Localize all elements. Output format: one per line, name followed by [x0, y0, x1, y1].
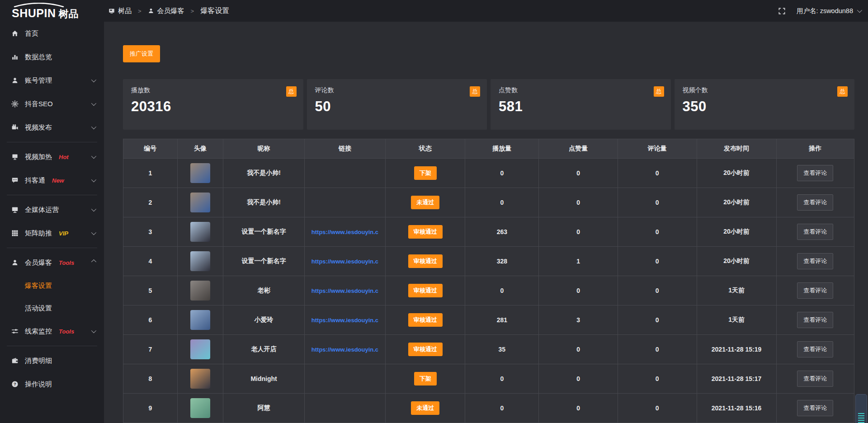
fullscreen-icon[interactable] [778, 7, 786, 15]
cell-comments: 0 [618, 159, 697, 188]
logo[interactable]: SHUPIN 树品 [0, 0, 104, 22]
sidebar-item-clue-monitor[interactable]: 线索监控Tools [0, 320, 104, 343]
table-row: 5老彬https://www.iesdouyin.c审核通过0001天前查看评论 [123, 276, 854, 305]
view-comments-button[interactable]: 查看评论 [797, 312, 833, 328]
sidebar: 首页数据总览账号管理抖音SEO视频发布视频加热Hot抖客通New全媒体运营矩阵助… [0, 22, 104, 423]
stat-label: 评论数 [315, 86, 334, 94]
sidebar-item-badge: VIP [59, 230, 68, 237]
divider [7, 248, 97, 248]
sidebar-item-consume-detail[interactable]: 消费明细 [0, 349, 104, 372]
view-comments-button[interactable]: 查看评论 [797, 224, 833, 240]
video-camera-icon [11, 124, 19, 131]
status-badge: 审核通过 [408, 225, 443, 239]
status-badge: 审核通过 [408, 313, 443, 327]
stat-label: 播放数 [131, 86, 150, 94]
avatar [190, 281, 210, 301]
sidebar-item-home[interactable]: 首页 [0, 22, 104, 45]
cell-avatar [178, 306, 224, 334]
cell-id: 4 [123, 247, 178, 276]
cell-plays: 0 [465, 276, 539, 305]
promo-settings-button[interactable]: 推广设置 [123, 45, 160, 62]
user-menu[interactable]: 用户名: zswodun88 [797, 7, 861, 15]
table-row: 1我不是小帅!下架00020小时前查看评论 [123, 158, 854, 188]
cell-status: 审核通过 [386, 247, 465, 276]
sidebar-item-matrix-boost[interactable]: 矩阵助推VIP [0, 221, 104, 245]
sidebar-item-media-operation[interactable]: 全媒体运营 [0, 198, 104, 221]
sidebar-item-account-manage[interactable]: 账号管理 [0, 69, 104, 92]
sidebar-item-video-heat[interactable]: 视频加热Hot [0, 145, 104, 169]
sidebar-item-label: 抖客通 [25, 176, 45, 185]
view-comments-button[interactable]: 查看评论 [797, 371, 833, 387]
avatar [190, 339, 210, 359]
cell-id: 2 [123, 188, 178, 217]
profile-link[interactable]: https://www.iesdouyin.c [311, 258, 378, 265]
cell-comments: 0 [618, 394, 697, 423]
service-widget-stripes [858, 413, 864, 423]
table-row: 8Midnight下架0002021-11-28 15:17查看评论 [123, 364, 854, 393]
view-comments-button[interactable]: 查看评论 [797, 165, 833, 181]
cell-nickname: 设置一个新名字 [223, 247, 304, 276]
sidebar-item-operation-guide[interactable]: ?操作说明 [0, 372, 104, 396]
breadcrumb-label: 爆客设置 [200, 6, 229, 16]
view-comments-button[interactable]: 查看评论 [797, 341, 833, 357]
profile-link[interactable]: https://www.iesdouyin.c [311, 346, 378, 353]
sidebar-item-douketong[interactable]: 抖客通New [0, 169, 104, 192]
status-badge: 审核通过 [408, 284, 443, 297]
cell-avatar [178, 247, 224, 276]
view-comments-button[interactable]: 查看评论 [797, 194, 833, 211]
divider [7, 195, 97, 195]
service-widget[interactable] [855, 394, 867, 423]
view-comments-button[interactable]: 查看评论 [797, 253, 833, 269]
cell-action: 查看评论 [777, 276, 854, 305]
sidebar-item-label: 线索监控 [25, 327, 52, 336]
cell-nickname: 老人开店 [223, 335, 304, 364]
avatar [190, 310, 210, 330]
grid-icon [11, 230, 19, 237]
cell-nickname: 我不是小帅! [223, 188, 304, 217]
user-icon [11, 77, 19, 84]
sidebar-subitem-label: 活动设置 [25, 304, 52, 313]
cell-status: 审核通过 [386, 306, 465, 334]
sidebar-item-member-baoke[interactable]: 会员爆客Tools [0, 251, 104, 274]
table-row: 4设置一个新名字https://www.iesdouyin.c审核通过32810… [123, 246, 854, 276]
breadcrumb-item[interactable]: 树品 [108, 7, 132, 15]
sidebar-item-douyin-seo[interactable]: 抖音SEO [0, 92, 104, 116]
cell-comments: 0 [618, 276, 697, 305]
stat-value: 581 [499, 99, 664, 115]
chevron-down-icon [91, 177, 96, 182]
cell-comments: 0 [618, 335, 697, 364]
cell-avatar [178, 364, 224, 393]
profile-link[interactable]: https://www.iesdouyin.c [311, 229, 378, 235]
sidebar-item-video-publish[interactable]: 视频发布 [0, 116, 104, 139]
breadcrumb-item[interactable]: 会员爆客 [148, 7, 184, 15]
cell-avatar [178, 188, 224, 217]
total-badge: 总 [286, 86, 297, 97]
member-icon [11, 259, 19, 266]
profile-link[interactable]: https://www.iesdouyin.c [311, 287, 378, 294]
cell-comments: 0 [618, 306, 697, 334]
breadcrumb-label: 树品 [118, 7, 132, 15]
table-row: 7老人开店https://www.iesdouyin.c审核通过35002021… [123, 334, 854, 364]
divider [7, 346, 97, 346]
chevron-down-icon [91, 207, 96, 212]
cell-plays: 35 [465, 335, 539, 364]
sidebar-item-data-overview[interactable]: 数据总览 [0, 45, 104, 69]
table-row: 3设置一个新名字https://www.iesdouyin.c审核通过26300… [123, 217, 854, 246]
sidebar-subitem-activity-settings[interactable]: 活动设置 [0, 297, 104, 320]
avatar [190, 193, 210, 212]
sidebar-item-label: 首页 [25, 29, 38, 38]
total-badge: 总 [654, 86, 664, 97]
sidebar-subitem-label: 爆客设置 [25, 282, 52, 290]
profile-link[interactable]: https://www.iesdouyin.c [311, 317, 378, 324]
cell-link: https://www.iesdouyin.c [305, 217, 386, 246]
view-comments-button[interactable]: 查看评论 [797, 400, 833, 416]
stat-cards: 播放数总20316评论数总50点赞数总581视频个数总350 [123, 79, 854, 130]
cell-publish_time: 1天前 [697, 306, 777, 334]
cell-avatar [178, 335, 224, 364]
sidebar-item-badge: New [52, 177, 64, 184]
view-comments-button[interactable]: 查看评论 [797, 282, 833, 299]
chevron-down-icon [857, 8, 862, 13]
cell-plays: 281 [465, 306, 539, 334]
stat-value: 50 [315, 99, 481, 115]
sidebar-subitem-baoke-settings[interactable]: 爆客设置 [0, 274, 104, 297]
